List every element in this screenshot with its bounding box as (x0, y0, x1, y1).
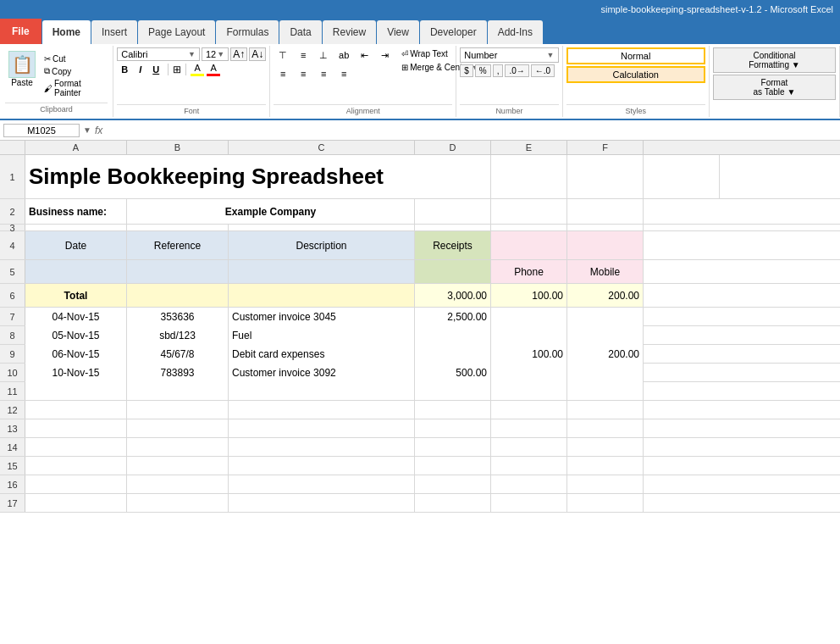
cell-a16[interactable] (25, 475, 127, 494)
cell-title[interactable]: Simple Bookkeeping Spreadsheet (25, 155, 491, 198)
cell-c5[interactable] (229, 260, 415, 283)
cell-a15[interactable] (25, 457, 127, 475)
percent-button[interactable]: % (475, 64, 491, 77)
cell-total-receipts[interactable]: 3,000.00 (415, 284, 491, 307)
cell-header-receipts[interactable]: Receipts (415, 231, 491, 259)
cell-a8[interactable]: 05-Nov-15 (25, 326, 127, 345)
cell-b17[interactable] (127, 494, 229, 513)
tab-insert[interactable]: Insert (91, 20, 137, 44)
cell-d13[interactable] (415, 419, 491, 438)
cell-e8[interactable] (491, 326, 567, 345)
indent-increase-button[interactable]: ⇥ (375, 47, 394, 63)
cell-f8[interactable] (567, 326, 644, 345)
orientation-button[interactable]: ab (334, 47, 353, 63)
font-size-dropdown[interactable]: 12 ▼ (202, 47, 229, 61)
cell-d16[interactable] (415, 475, 491, 494)
cell-b14[interactable] (127, 438, 229, 457)
cut-button[interactable]: ✂ Cut (42, 53, 108, 64)
cell-b11[interactable] (127, 382, 229, 401)
cell-a9[interactable]: 06-Nov-15 (25, 345, 127, 364)
cell-c14[interactable] (229, 438, 415, 457)
indent-decrease-button[interactable]: ⇤ (355, 47, 373, 63)
col-header-c[interactable]: C (229, 141, 415, 154)
cell-total-phone[interactable]: 100.00 (491, 284, 567, 307)
comma-button[interactable]: , (493, 64, 504, 77)
name-box[interactable]: M1025 (3, 124, 80, 137)
cell-b5[interactable] (127, 260, 229, 283)
cell-a17[interactable] (25, 494, 127, 513)
cell-e7[interactable] (491, 308, 567, 326)
cell-c15[interactable] (229, 457, 415, 475)
cell-total-mobile[interactable]: 200.00 (567, 284, 644, 307)
align-bottom-button[interactable]: ⊥ (314, 47, 333, 63)
cell-a14[interactable] (25, 438, 127, 457)
tab-view[interactable]: View (377, 20, 419, 44)
tab-formulas[interactable]: Formulas (216, 20, 279, 44)
col-header-a[interactable]: A (25, 141, 127, 154)
font-name-dropdown[interactable]: Calibri ▼ (117, 47, 200, 61)
cell-e13[interactable] (491, 419, 567, 438)
cell-e2[interactable] (491, 199, 567, 224)
cell-header-f4[interactable] (567, 231, 644, 259)
cell-d8[interactable] (415, 326, 491, 345)
cell-d10[interactable]: 500.00 (415, 364, 491, 382)
cell-f17[interactable] (567, 494, 644, 513)
align-top-button[interactable]: ⊤ (274, 47, 292, 63)
align-left-button[interactable]: ≡ (274, 66, 292, 81)
cell-a7[interactable]: 04-Nov-15 (25, 308, 127, 326)
calculation-style-button[interactable]: Calculation (566, 66, 705, 83)
cell-e1[interactable] (567, 155, 644, 198)
formula-input[interactable] (106, 125, 837, 136)
cell-d11[interactable] (415, 382, 491, 401)
number-format-dropdown[interactable]: Number ▼ (460, 47, 558, 63)
cell-c13[interactable] (229, 419, 415, 438)
tab-developer[interactable]: Developer (420, 20, 487, 44)
cell-c17[interactable] (229, 494, 415, 513)
align-center-button[interactable]: ≡ (294, 66, 312, 81)
cell-d12[interactable] (415, 401, 491, 419)
format-as-table-button[interactable]: Formatas Table ▼ (713, 75, 836, 100)
tab-data[interactable]: Data (279, 20, 321, 44)
cell-d5[interactable] (415, 260, 491, 283)
cell-d1[interactable] (491, 155, 567, 198)
tab-addins[interactable]: Add-Ins (488, 20, 543, 44)
cell-e10[interactable] (491, 364, 567, 382)
cell-b13[interactable] (127, 419, 229, 438)
cell-header-description[interactable]: Description (229, 231, 415, 259)
cell-a11[interactable] (25, 382, 127, 401)
cell-b12[interactable] (127, 401, 229, 419)
cell-business-label[interactable]: Business name: (25, 199, 127, 224)
cell-d15[interactable] (415, 457, 491, 475)
cell-c11[interactable] (229, 382, 415, 401)
col-header-b[interactable]: B (127, 141, 229, 154)
cell-d17[interactable] (415, 494, 491, 513)
decrease-font-size-button[interactable]: A↓ (249, 47, 266, 61)
paste-button[interactable]: 📋 Paste (5, 49, 39, 103)
name-box-dropdown[interactable]: ▼ (83, 125, 91, 135)
col-header-d[interactable]: D (415, 141, 491, 154)
cell-e17[interactable] (491, 494, 567, 513)
cell-business-name[interactable]: Example Company (127, 199, 415, 224)
cell-e16[interactable] (491, 475, 567, 494)
cell-b10[interactable]: 783893 (127, 364, 229, 382)
normal-style-button[interactable]: Normal (566, 47, 705, 64)
cell-c7[interactable]: Customer invoice 3045 (229, 308, 415, 326)
tab-file[interactable]: File (0, 19, 41, 44)
justify-button[interactable]: ≡ (334, 66, 353, 81)
align-right-button[interactable]: ≡ (314, 66, 333, 81)
cell-header-phone[interactable]: Phone (491, 260, 567, 283)
cell-b8[interactable]: sbd/123 (127, 326, 229, 345)
align-middle-button[interactable]: ≡ (294, 47, 312, 63)
cell-a12[interactable] (25, 401, 127, 419)
cell-header-mobile[interactable]: Mobile (567, 260, 644, 283)
cell-f1[interactable] (644, 155, 720, 198)
cell-f7[interactable] (567, 308, 644, 326)
cell-header-date[interactable]: Date (25, 231, 127, 259)
cell-c9[interactable]: Debit card expenses (229, 345, 415, 364)
cell-f12[interactable] (567, 401, 644, 419)
decrease-decimal-button[interactable]: ←.0 (531, 64, 555, 77)
col-header-e[interactable]: E (491, 141, 567, 154)
cell-c10[interactable]: Customer invoice 3092 (229, 364, 415, 382)
tab-page-layout[interactable]: Page Layout (138, 20, 215, 44)
cell-d2[interactable] (415, 199, 491, 224)
